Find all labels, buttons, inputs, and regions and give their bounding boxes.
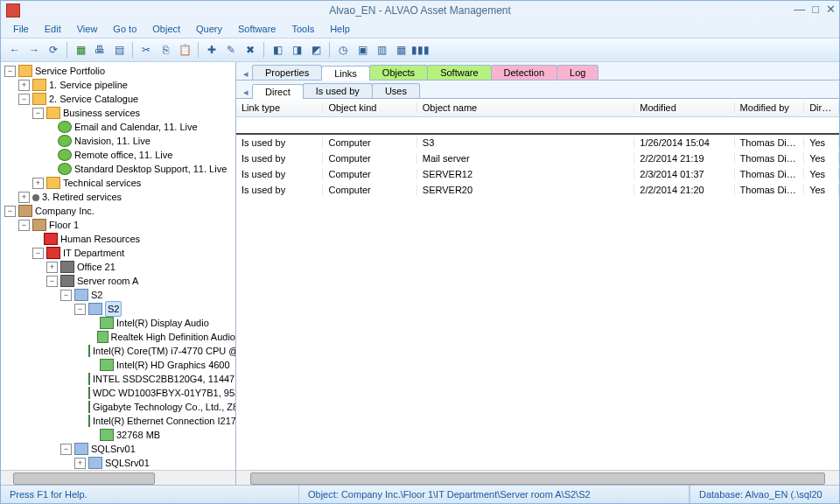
action4-icon[interactable]: ▣ (354, 41, 371, 59)
tree-node[interactable]: Standard Desktop Support, 11. Live (1, 162, 235, 176)
tree-hscrollbar[interactable] (1, 470, 235, 485)
menu-view[interactable]: View (70, 22, 105, 36)
forward-button[interactable]: → (25, 41, 43, 59)
collapse-icon[interactable]: − (60, 290, 72, 301)
close-icon[interactable]: ✕ (826, 3, 836, 16)
tree-node[interactable]: −Service Portfolio (1, 64, 235, 78)
collapse-icon[interactable]: − (18, 94, 30, 105)
action3-icon[interactable]: ◩ (307, 41, 325, 59)
tree-node[interactable]: +3. Retired services (1, 190, 235, 204)
paste-icon[interactable]: 📋 (176, 41, 193, 59)
tree-node[interactable]: Realtek High Definition Audio (1, 330, 235, 344)
tree-node[interactable]: +Office 21 (1, 260, 235, 274)
tree-node[interactable]: INTEL SSDSC2BB120G4, 114471 MB (1, 372, 235, 386)
grid-header[interactable]: Link typeObject kindObject nameModifiedM… (236, 99, 839, 117)
expand-icon[interactable]: + (32, 178, 44, 189)
collapse-icon[interactable]: − (74, 304, 86, 315)
tree-node[interactable]: Intel(R) Ethernet Connection I217- (1, 414, 235, 428)
collapse-icon[interactable]: − (4, 66, 16, 77)
menu-query[interactable]: Query (189, 22, 229, 36)
expand-icon[interactable]: + (18, 192, 30, 203)
tree-node[interactable]: Navision, 11. Live (1, 134, 235, 148)
collapse-icon[interactable]: − (18, 220, 30, 231)
new-icon[interactable]: ✚ (203, 41, 220, 59)
tree-node[interactable]: −SQLSrv01 (1, 442, 235, 456)
tree-node[interactable]: Human Resources (1, 232, 235, 246)
subtab-uses[interactable]: Uses (372, 83, 420, 98)
subtab-scroll-left[interactable]: ◂ (240, 87, 252, 98)
col-header[interactable]: Object name (417, 102, 634, 113)
tree-node[interactable]: WDC WD1003FBYX-01Y7B1, 95386 (1, 386, 235, 400)
print-icon[interactable]: 🖶 (91, 41, 108, 59)
edit-icon[interactable]: ✎ (222, 41, 240, 59)
action5-icon[interactable]: ▥ (373, 41, 390, 59)
tree-node[interactable]: −2. Service Catalogue (1, 92, 235, 106)
menu-edit[interactable]: Edit (38, 22, 68, 36)
expand-icon[interactable]: + (74, 458, 86, 469)
col-header[interactable]: Direct (804, 102, 839, 113)
minimize-icon[interactable]: — (794, 3, 805, 16)
excel-icon[interactable]: ▦ (72, 41, 89, 59)
tab-properties[interactable]: Properties (252, 65, 322, 80)
grid-hscrollbar[interactable] (236, 470, 839, 485)
grid-filter-row[interactable] (236, 117, 839, 135)
collapse-icon[interactable]: − (60, 444, 72, 455)
menu-help[interactable]: Help (323, 22, 357, 36)
table-row[interactable]: Is used byComputerS31/26/2014 15:04Thoma… (236, 135, 839, 150)
tree-node[interactable]: −Company Inc. (1, 204, 235, 218)
subtab-direct[interactable]: Direct (252, 84, 304, 99)
object-tree[interactable]: −Service Portfolio+1. Service pipeline−2… (1, 62, 235, 470)
tree-node[interactable]: Intel(R) Display Audio (1, 316, 235, 330)
table-row[interactable]: Is used byComputerMail server2/2/2014 21… (236, 150, 839, 166)
tree-node[interactable]: Email and Calendar, 11. Live (1, 120, 235, 134)
report-icon[interactable]: ▤ (110, 41, 128, 59)
collapse-icon[interactable]: − (32, 248, 44, 259)
table-row[interactable]: Is used byComputerSERVER202/2/2014 21:20… (236, 182, 839, 198)
tab-scroll-left[interactable]: ◂ (240, 68, 252, 80)
table-row[interactable]: Is used byComputerSERVER122/3/2014 01:37… (236, 166, 839, 182)
col-header[interactable]: Object kind (323, 102, 416, 113)
menu-tools[interactable]: Tools (284, 22, 321, 36)
copy-icon[interactable]: ⎘ (157, 41, 174, 59)
action1-icon[interactable]: ◧ (269, 41, 286, 59)
grid-body[interactable]: Is used byComputerS31/26/2014 15:04Thoma… (236, 135, 839, 470)
refresh-button[interactable]: ⟳ (45, 41, 62, 59)
collapse-icon[interactable]: − (32, 108, 44, 119)
tree-node[interactable]: −Server room A (1, 274, 235, 288)
tree-node[interactable]: −IT Department (1, 246, 235, 260)
tree-node[interactable]: −Floor 1 (1, 218, 235, 232)
menu-file[interactable]: File (6, 22, 36, 36)
tree-node[interactable]: Remote office, 11. Live (1, 148, 235, 162)
tree-node[interactable]: −Business services (1, 106, 235, 120)
tree-node[interactable]: −S2 (1, 302, 235, 316)
tab-log[interactable]: Log (556, 65, 598, 80)
tree-node[interactable]: Intel(R) Core(TM) i7-4770 CPU @ 3. (1, 344, 235, 358)
tree-node[interactable]: 32768 MB (1, 428, 235, 442)
tree-node[interactable]: Gigabyte Technology Co., Ltd., Z87 (1, 400, 235, 414)
tree-node[interactable]: Intel(R) HD Graphics 4600 (1, 358, 235, 372)
back-button[interactable]: ← (6, 41, 24, 59)
tab-software[interactable]: Software (427, 65, 491, 80)
tab-links[interactable]: Links (321, 66, 370, 80)
clock-icon[interactable]: ◷ (334, 41, 352, 59)
tree-node[interactable]: +SQLSrv01 (1, 456, 235, 470)
tree-node[interactable]: +1. Service pipeline (1, 78, 235, 92)
col-header[interactable]: Modified by (735, 102, 805, 113)
menu-object[interactable]: Object (145, 22, 187, 36)
expand-icon[interactable]: + (46, 262, 58, 273)
maximize-icon[interactable]: □ (812, 3, 819, 16)
cut-icon[interactable]: ✂ (137, 41, 155, 59)
tab-objects[interactable]: Objects (369, 65, 428, 80)
menu-software[interactable]: Software (231, 22, 283, 36)
tree-node[interactable]: −S2 (1, 288, 235, 302)
col-header[interactable]: Link type (236, 102, 323, 113)
tree-node[interactable]: +Technical services (1, 176, 235, 190)
action6-icon[interactable]: ▦ (392, 41, 410, 59)
collapse-icon[interactable]: − (46, 276, 58, 287)
tab-detection[interactable]: Detection (491, 65, 557, 80)
col-header[interactable]: Modified (634, 102, 734, 113)
expand-icon[interactable]: + (18, 80, 30, 91)
subtab-is-used-by[interactable]: Is used by (303, 83, 373, 98)
collapse-icon[interactable]: − (4, 206, 16, 217)
menu-go-to[interactable]: Go to (106, 22, 144, 36)
